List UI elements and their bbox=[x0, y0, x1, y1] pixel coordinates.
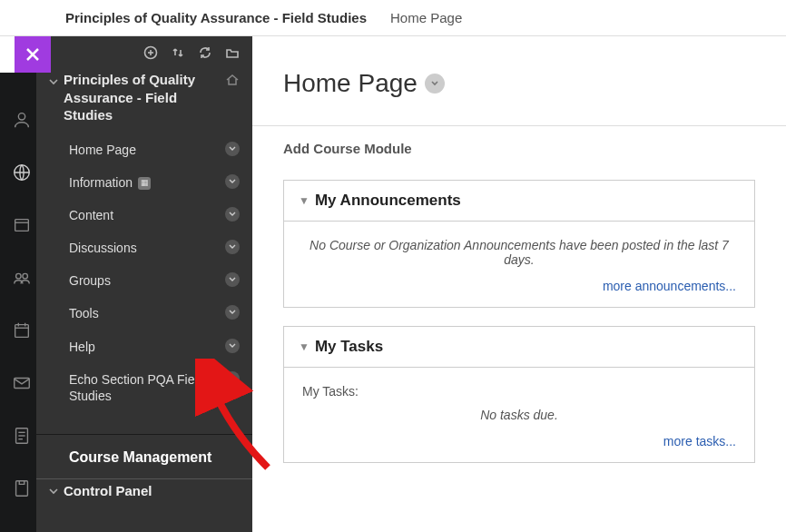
announcements-module: ▼ My Announcements No Course or Organiza… bbox=[283, 180, 755, 308]
nav-home-page[interactable]: Home Page bbox=[36, 133, 252, 166]
nav-discussions[interactable]: Discussions bbox=[36, 232, 252, 264]
tasks-label: My Tasks: bbox=[302, 384, 359, 399]
nav-tools[interactable]: Tools bbox=[36, 297, 252, 330]
nav-label: Help bbox=[69, 339, 218, 355]
hidden-badge-icon: ▦ bbox=[138, 177, 151, 190]
nav-label: Discussions bbox=[69, 240, 218, 256]
nav-label: Content bbox=[69, 207, 218, 223]
home-icon[interactable] bbox=[225, 73, 240, 90]
course-nav-list: Home Page Information▦ Content Discussio… bbox=[36, 133, 252, 413]
svg-point-2 bbox=[18, 113, 25, 120]
add-course-module-button[interactable]: Add Course Module bbox=[252, 141, 786, 180]
page-title: Home Page bbox=[283, 69, 418, 98]
rail-profile-icon[interactable] bbox=[11, 109, 33, 131]
add-icon[interactable] bbox=[143, 45, 158, 60]
control-panel-toggle[interactable]: Control Panel bbox=[36, 478, 252, 507]
rail-tools-icon[interactable] bbox=[11, 478, 33, 499]
tasks-header[interactable]: ▼ My Tasks bbox=[284, 327, 754, 368]
announcements-title: My Announcements bbox=[315, 192, 461, 210]
tasks-empty-text: No tasks due. bbox=[302, 408, 736, 422]
nav-label: Information▦ bbox=[69, 174, 218, 191]
refresh-icon[interactable] bbox=[198, 45, 212, 60]
collapse-triangle-icon: ▼ bbox=[299, 194, 309, 207]
page-title-menu-button[interactable] bbox=[425, 74, 445, 94]
folder-icon[interactable] bbox=[225, 45, 240, 60]
chevron-down-icon[interactable] bbox=[225, 371, 240, 386]
rail-globe-icon[interactable] bbox=[11, 162, 33, 183]
rail-mail-icon[interactable] bbox=[11, 372, 33, 394]
sidebar-toolbar bbox=[36, 36, 252, 65]
reorder-icon[interactable] bbox=[171, 45, 185, 60]
breadcrumb: Principles of Quality Assurance - Field … bbox=[0, 0, 786, 36]
chevron-down-icon[interactable] bbox=[225, 339, 240, 353]
svg-point-7 bbox=[23, 273, 27, 279]
nav-groups[interactable]: Groups bbox=[36, 264, 252, 297]
nav-label: Echo Section PQA Field Studies bbox=[69, 371, 218, 404]
more-tasks-link[interactable]: more tasks... bbox=[663, 434, 736, 448]
course-management-header: Course Management bbox=[36, 435, 252, 478]
announcements-empty-text: No Course or Organization Announcements … bbox=[284, 222, 754, 278]
nav-echo-section[interactable]: Echo Section PQA Field Studies bbox=[36, 363, 252, 412]
svg-rect-8 bbox=[15, 325, 29, 338]
nav-content[interactable]: Content bbox=[36, 199, 252, 232]
tasks-body: My Tasks: No tasks due. bbox=[284, 368, 754, 433]
course-title: Principles of Quality Assurance - Field … bbox=[64, 71, 221, 124]
svg-rect-17 bbox=[16, 481, 28, 497]
more-announcements-link[interactable]: more announcements... bbox=[603, 279, 736, 293]
collapse-arrow-icon bbox=[49, 74, 58, 89]
tasks-module: ▼ My Tasks My Tasks: No tasks due. more … bbox=[283, 326, 755, 463]
chevron-down-icon[interactable] bbox=[225, 305, 240, 320]
svg-rect-4 bbox=[15, 220, 29, 232]
breadcrumb-course[interactable]: Principles of Quality Assurance - Field … bbox=[65, 10, 367, 25]
course-menu-sidebar: Principles of Quality Assurance - Field … bbox=[36, 36, 252, 532]
nav-information[interactable]: Information▦ bbox=[36, 166, 252, 199]
collapse-triangle-icon: ▼ bbox=[299, 340, 309, 353]
nav-label: Groups bbox=[69, 272, 218, 289]
rail-groups-icon[interactable] bbox=[11, 267, 33, 289]
chevron-down-icon[interactable] bbox=[225, 207, 240, 222]
chevron-down-icon[interactable] bbox=[225, 174, 240, 189]
close-menu-button[interactable] bbox=[15, 36, 51, 73]
rail-calendar-icon[interactable] bbox=[11, 320, 33, 341]
nav-help[interactable]: Help bbox=[36, 330, 252, 363]
chevron-down-icon[interactable] bbox=[225, 240, 240, 254]
collapse-arrow-icon bbox=[49, 483, 58, 498]
breadcrumb-page[interactable]: Home Page bbox=[390, 10, 462, 25]
page-title-row: Home Page bbox=[252, 36, 786, 125]
nav-label: Home Page bbox=[69, 142, 218, 158]
course-title-row[interactable]: Principles of Quality Assurance - Field … bbox=[36, 65, 252, 133]
main-content: Home Page Add Course Module ▼ My Announc… bbox=[252, 36, 786, 532]
rail-courses-icon[interactable] bbox=[11, 214, 33, 236]
chevron-down-icon[interactable] bbox=[225, 272, 240, 287]
announcements-header[interactable]: ▼ My Announcements bbox=[284, 181, 754, 222]
nav-label: Tools bbox=[69, 305, 218, 321]
chevron-down-icon[interactable] bbox=[225, 142, 240, 156]
control-panel-label: Control Panel bbox=[64, 483, 152, 498]
tasks-title: My Tasks bbox=[315, 338, 383, 356]
close-icon bbox=[25, 46, 41, 63]
svg-point-6 bbox=[16, 273, 21, 279]
svg-rect-12 bbox=[15, 379, 30, 389]
rail-grades-icon[interactable] bbox=[11, 425, 33, 447]
divider bbox=[252, 125, 786, 126]
